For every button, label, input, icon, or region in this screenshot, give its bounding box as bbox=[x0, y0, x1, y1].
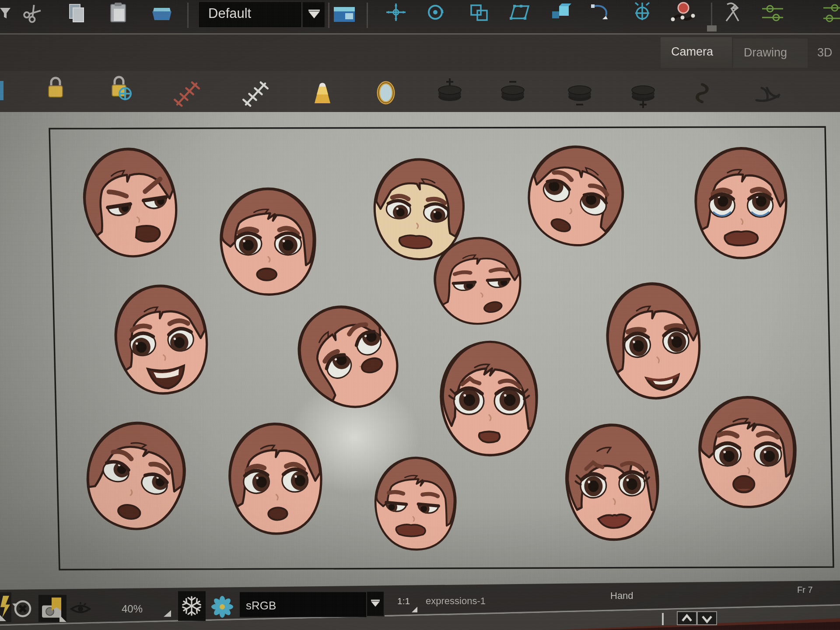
svg-text:Hand: Hand bbox=[610, 590, 634, 601]
svg-text:expressions-1: expressions-1 bbox=[426, 595, 486, 606]
svg-text:1:1: 1:1 bbox=[397, 596, 410, 606]
svg-text:40%: 40% bbox=[122, 603, 143, 615]
svg-text:Fr 7: Fr 7 bbox=[797, 585, 813, 595]
svg-text:sRGB: sRGB bbox=[246, 599, 276, 612]
